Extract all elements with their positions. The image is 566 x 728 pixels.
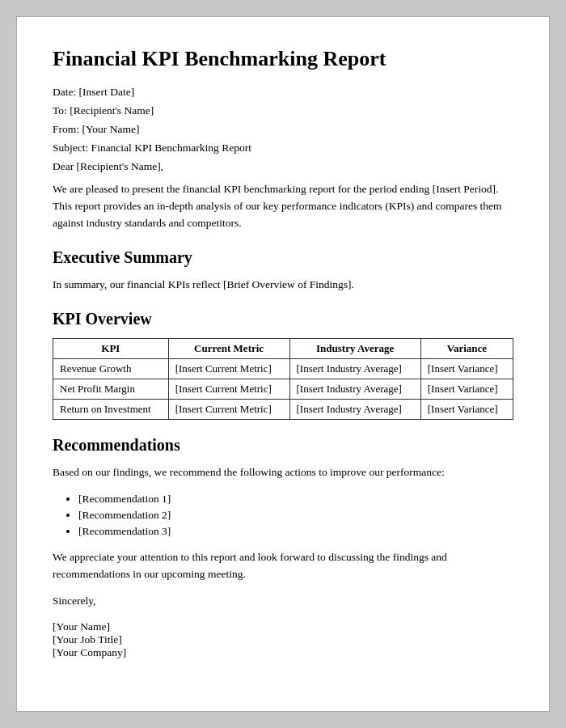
intro-paragraph: We are pleased to present the financial … xyxy=(53,181,513,232)
table-cell: [Insert Variance] xyxy=(420,379,513,399)
table-header-row: KPI Current Metric Industry Average Vari… xyxy=(53,338,513,358)
table-cell: [Insert Variance] xyxy=(420,399,513,419)
kpi-table: KPI Current Metric Industry Average Vari… xyxy=(53,338,513,420)
report-title: Financial KPI Benchmarking Report xyxy=(53,46,513,71)
col-header-kpi: KPI xyxy=(53,338,169,358)
table-cell: [Insert Industry Average] xyxy=(289,379,420,399)
to-line: To: [Recipient's Name] xyxy=(53,104,513,117)
recommendations-list: [Recommendation 1][Recommendation 2][Rec… xyxy=(53,493,513,538)
table-cell: Return on Investment xyxy=(53,399,169,419)
your-name: [Your Name] xyxy=(53,620,513,633)
table-row: Revenue Growth[Insert Current Metric][In… xyxy=(53,358,513,379)
kpi-overview-heading: KPI Overview xyxy=(53,310,513,328)
recommendations-intro: Based on our findings, we recommend the … xyxy=(53,464,513,481)
executive-summary-paragraph: In summary, our financial KPIs reflect [… xyxy=(53,277,513,294)
table-row: Net Profit Margin[Insert Current Metric]… xyxy=(53,379,513,399)
date-line: Date: [Insert Date] xyxy=(53,86,513,99)
col-header-industry: Industry Average xyxy=(289,338,420,358)
table-cell: [Insert Variance] xyxy=(420,358,513,379)
sincerely-label: Sincerely, [Your Name] [Your Job Title] … xyxy=(53,595,513,659)
table-cell: [Insert Current Metric] xyxy=(168,399,289,419)
closing-paragraph: We appreciate your attention to this rep… xyxy=(53,549,513,583)
table-row: Return on Investment[Insert Current Metr… xyxy=(53,399,513,419)
col-header-current: Current Metric xyxy=(168,338,289,358)
table-cell: [Insert Industry Average] xyxy=(289,358,420,379)
executive-summary-heading: Executive Summary xyxy=(53,248,513,267)
subject-line: Subject: Financial KPI Benchmarking Repo… xyxy=(53,142,513,154)
report-page: Financial KPI Benchmarking Report Date: … xyxy=(16,16,550,712)
col-header-variance: Variance xyxy=(420,338,513,358)
table-cell: [Insert Current Metric] xyxy=(168,379,289,399)
table-cell: Revenue Growth xyxy=(53,358,169,379)
recommendation-item: [Recommendation 3] xyxy=(78,525,513,538)
table-cell: [Insert Current Metric] xyxy=(168,358,289,379)
your-company: [Your Company] xyxy=(53,646,513,659)
recommendation-item: [Recommendation 1] xyxy=(78,493,513,506)
recommendations-heading: Recommendations xyxy=(53,436,513,455)
from-line: From: [Your Name] xyxy=(53,123,513,136)
dear-line: Dear [Recipient's Name], xyxy=(53,160,513,173)
recommendation-item: [Recommendation 2] xyxy=(78,509,513,522)
sincerely-text: Sincerely, xyxy=(53,595,513,607)
your-title: [Your Job Title] xyxy=(53,633,513,646)
table-cell: [Insert Industry Average] xyxy=(289,399,420,419)
table-cell: Net Profit Margin xyxy=(53,379,169,399)
